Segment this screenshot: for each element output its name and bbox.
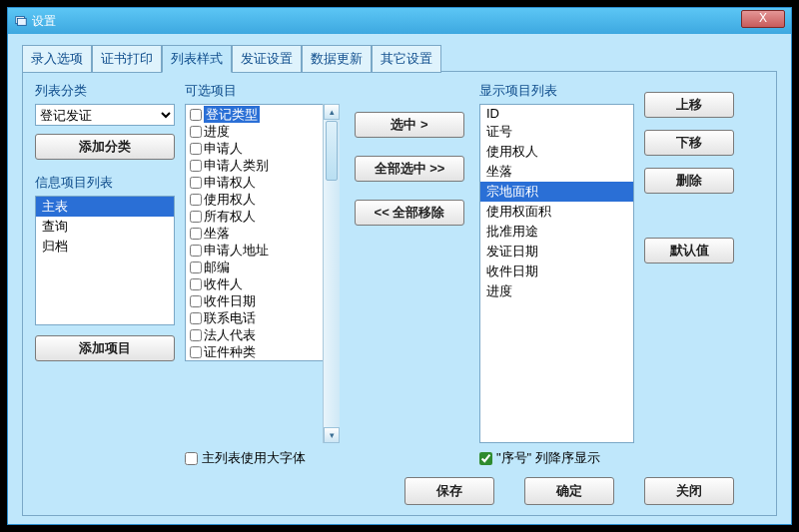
item-checkbox[interactable] bbox=[190, 126, 202, 138]
list-item[interactable]: 申请权人 bbox=[188, 174, 339, 191]
label-display-list: 显示项目列表 bbox=[479, 82, 634, 100]
add-item-button[interactable]: 添加项目 bbox=[35, 335, 175, 361]
item-label: 法人代表 bbox=[204, 326, 256, 343]
move-down-button[interactable]: 下移 bbox=[644, 130, 734, 156]
item-checkbox[interactable] bbox=[190, 245, 202, 257]
order-desc-label: "序号" 列降序显示 bbox=[496, 449, 600, 467]
list-item[interactable]: 收件日期 bbox=[188, 292, 339, 309]
tab-3[interactable]: 发证设置 bbox=[232, 45, 302, 73]
avail-scrollbar[interactable]: ▴ ▾ bbox=[323, 104, 340, 443]
item-checkbox[interactable] bbox=[190, 295, 202, 307]
item-checkbox[interactable] bbox=[190, 160, 202, 172]
item-label: 登记类型 bbox=[204, 106, 260, 123]
remove-all-button[interactable]: << 全部移除 bbox=[355, 200, 464, 226]
list-item[interactable]: 申请人地址 bbox=[188, 242, 339, 259]
right-buttons-column: 上移 下移 删除 默认值 bbox=[644, 82, 734, 467]
list-item[interactable]: 坐落 bbox=[188, 225, 339, 242]
left-column: 列表分类 登记发证 添加分类 信息项目列表 主表查询归档 添加项目 bbox=[35, 82, 175, 467]
list-item[interactable]: 申请人 bbox=[188, 140, 339, 157]
list-item[interactable]: 所有权人 bbox=[188, 208, 339, 225]
item-checkbox[interactable] bbox=[190, 211, 202, 223]
main-row: 列表分类 登记发证 添加分类 信息项目列表 主表查询归档 添加项目 可选项目 登… bbox=[35, 82, 764, 467]
item-checkbox[interactable] bbox=[190, 312, 202, 324]
list-item[interactable]: 使用权人 bbox=[480, 142, 633, 162]
item-checkbox[interactable] bbox=[190, 143, 202, 155]
item-checkbox[interactable] bbox=[190, 346, 202, 358]
item-label: 邮编 bbox=[204, 259, 230, 275]
window-title: 设置 bbox=[32, 13, 56, 30]
titlebar: 设置 X bbox=[8, 8, 791, 34]
item-label: 申请人 bbox=[204, 140, 243, 157]
list-item[interactable]: 登记类型 bbox=[188, 106, 339, 123]
item-checkbox[interactable] bbox=[190, 329, 202, 341]
available-items-listbox[interactable]: 登记类型进度申请人申请人类别申请权人使用权人所有权人坐落申请人地址邮编收件人收件… bbox=[185, 104, 340, 361]
save-button[interactable]: 保存 bbox=[404, 477, 494, 505]
list-item[interactable]: 查询 bbox=[36, 217, 174, 237]
select-button[interactable]: 选中 > bbox=[355, 112, 464, 138]
category-select[interactable]: 登记发证 bbox=[35, 104, 175, 126]
item-checkbox[interactable] bbox=[190, 278, 202, 290]
transfer-buttons-column: 选中 > 全部选中 >> << 全部移除 bbox=[350, 82, 469, 467]
display-column: 显示项目列表 ID证号使用权人坐落宗地面积使用权面积批准用途发证日期收件日期进度… bbox=[479, 82, 634, 467]
move-up-button[interactable]: 上移 bbox=[644, 92, 734, 118]
list-item[interactable]: 宗地面积 bbox=[480, 182, 633, 202]
list-item[interactable]: 坐落 bbox=[480, 162, 633, 182]
list-item[interactable]: 证号 bbox=[480, 122, 633, 142]
list-item[interactable]: 主表 bbox=[36, 197, 174, 217]
item-checkbox[interactable] bbox=[190, 109, 202, 121]
list-item[interactable]: 归档 bbox=[36, 237, 174, 257]
info-item-listbox[interactable]: 主表查询归档 bbox=[35, 196, 175, 325]
list-item[interactable]: 邮编 bbox=[188, 259, 339, 275]
select-all-button[interactable]: 全部选中 >> bbox=[355, 156, 464, 182]
tab-2[interactable]: 列表样式 bbox=[162, 45, 232, 73]
ok-button[interactable]: 确定 bbox=[524, 477, 614, 505]
scroll-up-icon[interactable]: ▴ bbox=[324, 104, 340, 120]
display-items-listbox[interactable]: ID证号使用权人坐落宗地面积使用权面积批准用途发证日期收件日期进度 bbox=[479, 104, 634, 443]
list-item[interactable]: 使用权面积 bbox=[480, 202, 633, 222]
list-item[interactable]: 收件日期 bbox=[480, 262, 633, 281]
list-item[interactable]: 进度 bbox=[480, 281, 633, 301]
list-item[interactable]: 法人代表 bbox=[188, 326, 339, 343]
tab-bar: 录入选项证书打印列表样式发证设置数据更新其它设置 bbox=[22, 44, 777, 72]
item-label: 使用权人 bbox=[204, 191, 256, 208]
default-button[interactable]: 默认值 bbox=[644, 238, 734, 264]
list-item[interactable]: 收件人 bbox=[188, 275, 339, 292]
list-item[interactable]: 使用权人 bbox=[188, 191, 339, 208]
order-desc-checkbox[interactable] bbox=[479, 452, 492, 465]
label-info-item-list: 信息项目列表 bbox=[35, 174, 175, 192]
delete-button[interactable]: 删除 bbox=[644, 168, 734, 194]
item-checkbox[interactable] bbox=[190, 262, 202, 273]
big-font-checkbox[interactable] bbox=[185, 452, 198, 465]
list-item[interactable]: 申请人类别 bbox=[188, 157, 339, 174]
close-button[interactable]: X bbox=[741, 10, 785, 28]
tab-1[interactable]: 证书打印 bbox=[92, 45, 162, 73]
list-item[interactable]: 进度 bbox=[188, 123, 339, 140]
label-list-category: 列表分类 bbox=[35, 82, 175, 100]
tab-0[interactable]: 录入选项 bbox=[22, 45, 92, 73]
item-checkbox[interactable] bbox=[190, 194, 202, 206]
list-item[interactable]: 联系电话 bbox=[188, 309, 339, 326]
tab-5[interactable]: 其它设置 bbox=[372, 45, 441, 73]
item-checkbox[interactable] bbox=[190, 228, 202, 240]
list-item[interactable]: 证件种类 bbox=[188, 343, 339, 360]
item-label: 收件人 bbox=[204, 275, 243, 292]
list-item[interactable]: 发证日期 bbox=[480, 242, 633, 262]
big-font-label: 主列表使用大字体 bbox=[202, 449, 306, 467]
item-label: 进度 bbox=[204, 123, 230, 140]
svg-rect-1 bbox=[18, 18, 27, 25]
list-item[interactable]: ID bbox=[480, 105, 633, 122]
add-category-button[interactable]: 添加分类 bbox=[35, 134, 175, 160]
settings-window: 设置 X 录入选项证书打印列表样式发证设置数据更新其它设置 列表分类 登记发证 … bbox=[7, 7, 792, 525]
scroll-down-icon[interactable]: ▾ bbox=[324, 427, 340, 443]
scroll-thumb[interactable] bbox=[326, 121, 338, 181]
footer-buttons: 保存 确定 关闭 bbox=[35, 467, 764, 505]
item-label: 所有权人 bbox=[204, 208, 256, 225]
item-label: 证件种类 bbox=[204, 343, 256, 360]
item-checkbox[interactable] bbox=[190, 177, 202, 189]
item-label: 申请人地址 bbox=[204, 242, 269, 259]
tab-panel: 列表分类 登记发证 添加分类 信息项目列表 主表查询归档 添加项目 可选项目 登… bbox=[22, 71, 777, 516]
close-button-footer[interactable]: 关闭 bbox=[644, 477, 734, 505]
list-item[interactable]: 批准用途 bbox=[480, 222, 633, 242]
tab-4[interactable]: 数据更新 bbox=[302, 45, 372, 73]
item-label: 申请权人 bbox=[204, 174, 256, 191]
